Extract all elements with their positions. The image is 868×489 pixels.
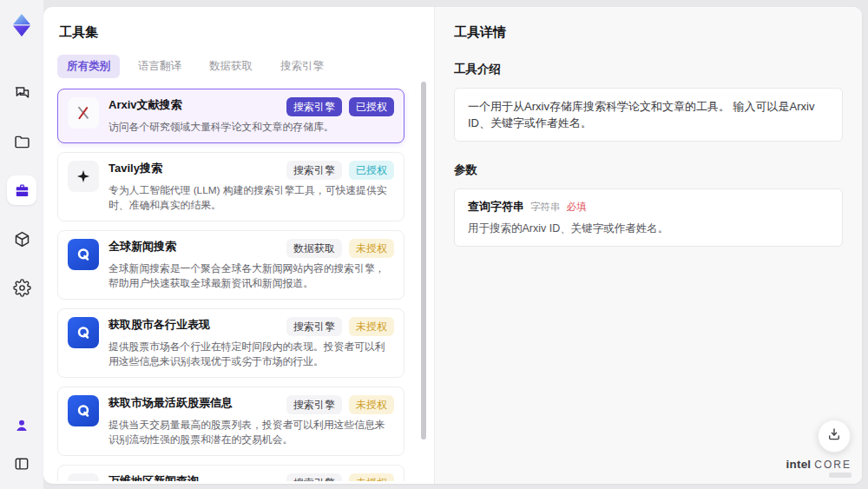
tool-category-tag: 搜索引擎 — [286, 395, 342, 414]
tool-description: 访问各个研究领域大量科学论文和文章的存储库。 — [108, 120, 394, 135]
nav-tools-button[interactable] — [7, 175, 36, 205]
tab-all-categories[interactable]: 所有类别 — [57, 55, 120, 78]
quark-q-icon — [68, 317, 99, 348]
tool-card-regional-news[interactable]: 万维地区新闻查询 搜索引擎 未授权 查询具体行政区划内的新闻，快速了解各地新闻动… — [57, 465, 404, 481]
user-account-button[interactable] — [7, 411, 36, 440]
user-icon — [13, 417, 30, 434]
tool-auth-badge: 已授权 — [349, 97, 394, 116]
intro-heading: 工具介绍 — [454, 62, 843, 77]
tab-search-engine[interactable]: 搜索引擎 — [271, 55, 333, 78]
tool-auth-badge: 未授权 — [349, 239, 394, 258]
details-title: 工具详情 — [454, 24, 843, 41]
scrollbar-thumb[interactable] — [421, 82, 426, 439]
briefcase-icon — [13, 182, 31, 200]
download-icon — [826, 426, 842, 446]
tool-category-tag: 数据获取 — [286, 239, 342, 258]
quark-q-icon — [68, 239, 99, 270]
tool-list: Arxiv文献搜索 搜索引擎 已授权 访问各个研究领域大量科学论文和文章的存储库… — [57, 89, 420, 481]
main-window: 工具集 所有类别 语言翻译 数据获取 搜索引擎 Arxiv文献搜索 — [43, 7, 862, 484]
tool-name: 万维地区新闻查询 — [108, 473, 199, 481]
tool-name: Tavily搜索 — [108, 161, 162, 176]
tool-category-tag: 搜索引擎 — [286, 317, 342, 336]
intel-core-logo: intel CORE — [786, 458, 852, 478]
tool-category-tag: 搜索引擎 — [286, 473, 342, 481]
param-card: 查询字符串 字符串 必填 用于搜索的Arxiv ID、关键字或作者姓名。 — [454, 188, 843, 247]
tavily-star-icon — [68, 161, 99, 192]
arxiv-logo-icon — [68, 97, 99, 129]
nav-chat-button[interactable] — [7, 78, 36, 108]
tool-card-tavily[interactable]: Tavily搜索 搜索引擎 已授权 专为人工智能代理 (LLM) 构建的搜索引擎… — [57, 152, 404, 221]
tool-category-tag: 搜索引擎 — [286, 97, 342, 116]
param-required-label: 必填 — [567, 201, 587, 214]
tool-description: 提供股票市场各个行业在特定时间段内的表现。投资者可以利用这些信息来识别表现优于或… — [108, 340, 394, 369]
gear-icon — [13, 279, 31, 297]
tab-data-fetch[interactable]: 数据获取 — [200, 55, 262, 78]
tools-panel: 工具集 所有类别 语言翻译 数据获取 搜索引擎 Arxiv文献搜索 — [43, 7, 434, 484]
param-description: 用于搜索的Arxiv ID、关键字或作者姓名。 — [468, 221, 829, 236]
intro-text: 一个用于从Arxiv存储库搜索科学论文和文章的工具。 输入可以是Arxiv ID… — [468, 98, 829, 131]
newspaper-icon — [68, 473, 99, 481]
tool-details-panel: 工具详情 工具介绍 一个用于从Arxiv存储库搜索科学论文和文章的工具。 输入可… — [434, 7, 862, 484]
param-type: 字符串 — [530, 201, 561, 214]
download-button[interactable] — [818, 420, 851, 453]
app-logo — [9, 12, 35, 38]
cube-icon — [13, 230, 31, 248]
tool-card-sector-performance[interactable]: 获取股市各行业表现 搜索引擎 未授权 提供股票市场各个行业在特定时间段内的表现。… — [57, 308, 404, 378]
tool-auth-badge: 未授权 — [349, 473, 394, 481]
nav-files-button[interactable] — [7, 127, 36, 156]
params-heading: 参数 — [454, 162, 843, 178]
intro-card: 一个用于从Arxiv存储库搜索科学论文和文章的工具。 输入可以是Arxiv ID… — [454, 88, 843, 142]
tool-name: 获取股市各行业表现 — [108, 317, 210, 333]
tool-auth-badge: 未授权 — [349, 317, 394, 336]
panel-toggle-icon — [13, 455, 30, 472]
tool-auth-badge: 已授权 — [349, 161, 394, 180]
folder-icon — [13, 133, 31, 151]
category-tabs: 所有类别 语言翻译 数据获取 搜索引擎 — [57, 53, 420, 89]
core-wordmark: CORE — [814, 459, 852, 471]
tool-name: Arxiv文献搜索 — [108, 97, 182, 113]
intel-wordmark: intel — [786, 458, 812, 471]
app-sidebar — [0, 0, 43, 489]
param-name: 查询字符串 — [468, 199, 524, 215]
tool-description: 专为人工智能代理 (LLM) 构建的搜索引擎工具，可快速提供实时、准确和真实的结… — [108, 183, 394, 213]
tool-card-global-news[interactable]: 全球新闻搜索 数据获取 未授权 全球新闻搜索是一个聚合全球各大新闻网站内容的搜索… — [57, 230, 404, 300]
quark-q-icon — [68, 395, 99, 426]
nav-settings-button[interactable] — [7, 273, 36, 302]
tool-name: 获取市场最活跃股票信息 — [108, 395, 233, 411]
tool-card-most-active-stocks[interactable]: 获取市场最活跃股票信息 搜索引擎 未授权 提供当天交易量最高的股票列表，投资者可… — [57, 387, 404, 456]
chat-icon — [13, 84, 31, 102]
intel-ultra-badge — [829, 472, 852, 478]
tool-description: 全球新闻搜索是一个聚合全球各大新闻网站内容的搜索引擎，帮助用户快速获取全球最新资… — [108, 261, 394, 291]
nav-packages-button[interactable] — [7, 224, 36, 254]
tool-category-tag: 搜索引擎 — [286, 161, 342, 180]
tool-card-arxiv[interactable]: Arxiv文献搜索 搜索引擎 已授权 访问各个研究领域大量科学论文和文章的存储库… — [57, 89, 404, 143]
tool-description: 提供当天交易量最高的股票列表，投资者可以利用这些信息来识别流动性强的股票和潜在的… — [108, 418, 394, 447]
panel-toggle-button[interactable] — [7, 449, 36, 479]
tool-name: 全球新闻搜索 — [108, 239, 176, 254]
tool-auth-badge: 未授权 — [349, 395, 394, 414]
tab-language-translation[interactable]: 语言翻译 — [128, 55, 191, 78]
tools-panel-title: 工具集 — [57, 7, 420, 53]
